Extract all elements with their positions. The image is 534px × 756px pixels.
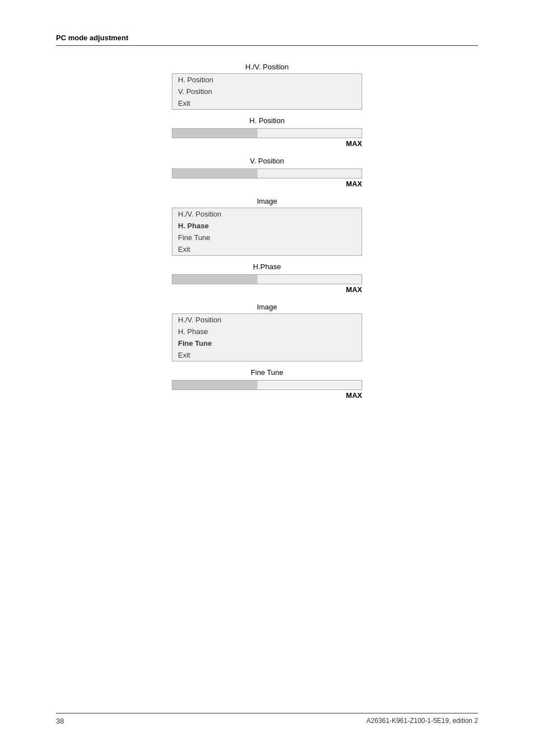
hphase-slider-container: MAX xyxy=(172,274,362,294)
v-position-slider-fill xyxy=(172,169,257,178)
hphase-slider-section: H.Phase MAX xyxy=(56,262,478,294)
finetune-slider-title: Fine Tune xyxy=(251,368,283,377)
finetune-slider-container: MAX xyxy=(172,380,362,400)
hphase-max-label: MAX xyxy=(172,285,362,294)
h-position-slider-fill xyxy=(172,129,257,138)
menu-item-hv-position-2[interactable]: H./V. Position xyxy=(172,208,362,220)
h-position-slider-title: H. Position xyxy=(250,116,285,125)
menu-item-exit-1[interactable]: Exit xyxy=(172,97,362,109)
page-container: PC mode adjustment H./V. Position H. Pos… xyxy=(0,0,534,756)
hv-position-menu-box: H. Position V. Position Exit xyxy=(172,73,362,110)
menu-item-exit-2[interactable]: Exit xyxy=(172,243,362,255)
image-menu-finetune-section: Image H./V. Position H. Phase Fine Tune … xyxy=(56,303,478,361)
image-menu-phase-title: Image xyxy=(257,197,277,205)
h-position-slider-section: H. Position MAX xyxy=(56,116,478,148)
h-position-max-label: MAX xyxy=(172,139,362,148)
image-menu-phase-box: H./V. Position H. Phase Fine Tune Exit xyxy=(172,208,362,256)
hphase-slider-fill xyxy=(172,275,257,284)
v-position-slider-section: V. Position MAX xyxy=(56,157,478,188)
menu-item-exit-3[interactable]: Exit xyxy=(172,349,362,361)
hv-position-menu-title: H./V. Position xyxy=(245,63,289,71)
menu-item-fine-tune-2[interactable]: Fine Tune xyxy=(172,232,362,243)
v-position-slider-container: MAX xyxy=(172,168,362,188)
image-menu-phase-section: Image H./V. Position H. Phase Fine Tune … xyxy=(56,197,478,256)
menu-item-v-position-1[interactable]: V. Position xyxy=(172,86,362,97)
hphase-slider-track[interactable] xyxy=(172,274,362,284)
footer-doc-reference: A26361-K961-Z100-1-5E19, edition 2 xyxy=(367,717,478,725)
footer-page-number: 38 xyxy=(56,717,64,725)
menu-item-hv-position-3[interactable]: H./V. Position xyxy=(172,314,362,326)
finetune-slider-section: Fine Tune MAX xyxy=(56,368,478,400)
v-position-slider-track[interactable] xyxy=(172,168,362,179)
h-position-slider-track[interactable] xyxy=(172,128,362,138)
h-position-slider-container: MAX xyxy=(172,128,362,148)
hv-position-menu-section: H./V. Position H. Position V. Position E… xyxy=(56,63,478,110)
hphase-slider-title: H.Phase xyxy=(253,262,281,271)
finetune-slider-track[interactable] xyxy=(172,380,362,390)
finetune-slider-fill xyxy=(172,381,257,389)
page-title-section: PC mode adjustment xyxy=(56,34,478,46)
v-position-slider-title: V. Position xyxy=(250,157,284,165)
menu-item-fine-tune-3[interactable]: Fine Tune xyxy=(172,337,362,349)
image-menu-finetune-title: Image xyxy=(257,303,277,311)
content-area: H./V. Position H. Position V. Position E… xyxy=(56,63,478,408)
image-menu-finetune-box: H./V. Position H. Phase Fine Tune Exit xyxy=(172,313,362,361)
menu-item-h-position-1[interactable]: H. Position xyxy=(172,74,362,86)
menu-item-h-phase-2[interactable]: H. Phase xyxy=(172,326,362,337)
menu-item-h-phase[interactable]: H. Phase xyxy=(172,220,362,232)
footer-section: 38 A26361-K961-Z100-1-5E19, edition 2 xyxy=(56,713,478,725)
page-title: PC mode adjustment xyxy=(56,34,128,42)
finetune-max-label: MAX xyxy=(172,391,362,400)
v-position-max-label: MAX xyxy=(172,180,362,188)
